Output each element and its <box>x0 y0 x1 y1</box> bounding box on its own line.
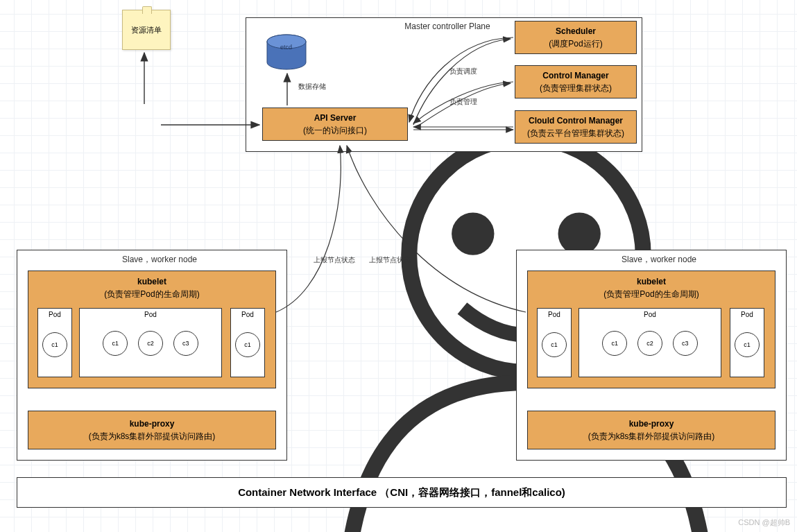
pod-label: Pod <box>231 311 264 318</box>
kube-proxy-left: kube-proxy (负责为k8s集群外部提供访问路由) <box>28 411 276 449</box>
pod-label: Pod <box>38 311 71 318</box>
kubelet-left-desc: (负责管理Pod的生命周期) <box>104 288 199 300</box>
master-plane-title: Master controller Plane <box>388 22 506 31</box>
container-c1: c1 <box>602 331 627 356</box>
container-c3: c3 <box>173 331 198 356</box>
kube-proxy-right: kube-proxy (负责为k8s集群外部提供访问路由) <box>527 411 775 449</box>
container-c1: c1 <box>103 331 128 356</box>
container-c2: c2 <box>637 331 662 356</box>
etcd-label: etcd <box>280 44 292 51</box>
container-c1: c1 <box>235 332 260 357</box>
scheduler-title: Scheduler <box>556 25 596 37</box>
container-c1: c1 <box>42 332 67 357</box>
slave-left-title: Slave，worker node <box>104 254 215 266</box>
kubelet-left-title: kubelet <box>137 275 166 288</box>
pod-left-3: Pod c1 <box>230 308 265 377</box>
container-c1: c1 <box>735 332 760 357</box>
pod-label: Pod <box>80 311 221 318</box>
scheduler-box: Scheduler (调度Pod运行) <box>515 21 637 54</box>
cloud-cm-box: Clould Control Manager (负责云平台管理集群状态) <box>515 110 637 144</box>
kube-proxy-left-desc: (负责为k8s集群外部提供访问路由) <box>89 430 216 443</box>
scheduler-desc: (调度Pod运行) <box>549 37 602 50</box>
control-manager-box: Control Manager (负责管理集群状态) <box>515 65 637 98</box>
pod-label: Pod <box>579 311 721 318</box>
watermark: CSDN @超帅B <box>738 517 790 528</box>
slave-right-title: Slave，worker node <box>603 254 714 266</box>
manage-label: 负责管理 <box>449 97 477 107</box>
pod-label: Pod <box>538 311 571 318</box>
kube-proxy-right-title: kube-proxy <box>629 418 674 430</box>
pod-left-2: Pod c1 c2 c3 <box>79 308 222 377</box>
sticky-note: 资源清单 <box>122 10 171 50</box>
kubelet-right-desc: (负责管理Pod的生命周期) <box>603 288 699 300</box>
control-manager-title: Control Manager <box>542 69 608 82</box>
cloud-cm-title: Clould Control Manager <box>529 114 623 127</box>
pod-right-2: Pod c1 c2 c3 <box>579 308 721 377</box>
container-c3: c3 <box>673 331 698 356</box>
pod-label: Pod <box>730 311 764 318</box>
schedule-label: 负责调度 <box>449 67 477 76</box>
control-manager-desc: (负责管理集群状态) <box>540 82 612 94</box>
pod-right-3: Pod c1 <box>730 308 764 377</box>
report-label-left: 上报节点状态 <box>314 255 355 265</box>
etcd-cylinder <box>264 33 309 71</box>
api-server-desc: (统一的访问接口) <box>303 124 367 137</box>
cni-bar: Container Network Interface （CNI，容器网络接口，… <box>17 477 787 508</box>
kube-proxy-left-title: kube-proxy <box>130 418 175 430</box>
api-server-box: API Server (统一的访问接口) <box>262 108 408 141</box>
kube-proxy-right-desc: (负责为k8s集群外部提供访问路由) <box>588 430 715 443</box>
api-server-title: API Server <box>314 112 357 124</box>
kubelet-right-title: kubelet <box>637 275 666 288</box>
pod-left-1: Pod c1 <box>37 308 72 377</box>
cni-text: Container Network Interface （CNI，容器网络接口，… <box>238 486 565 499</box>
container-c1: c1 <box>542 332 567 357</box>
cloud-cm-desc: (负责云平台管理集群状态) <box>527 127 624 139</box>
sticky-note-text: 资源清单 <box>131 25 162 35</box>
report-label-right: 上报节点状态 <box>369 255 411 265</box>
data-store-label: 数据存储 <box>298 82 326 92</box>
pod-right-1: Pod c1 <box>537 308 572 377</box>
user-icon <box>128 106 160 141</box>
container-c2: c2 <box>138 331 163 356</box>
